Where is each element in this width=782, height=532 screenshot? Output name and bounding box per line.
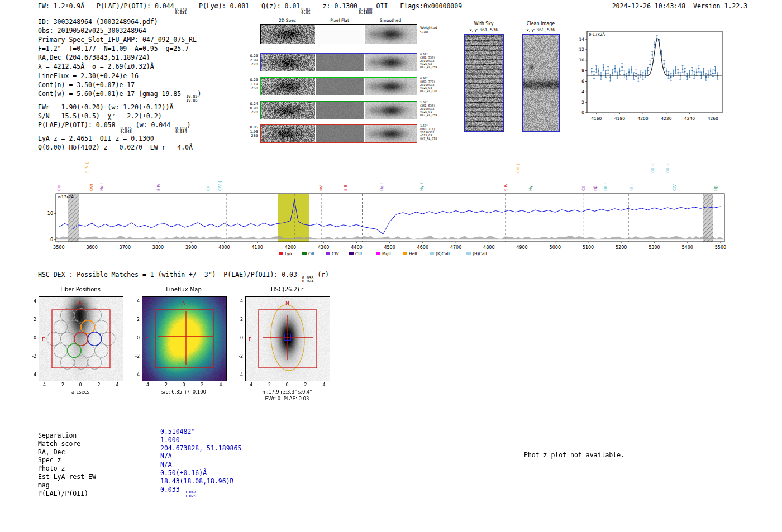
match-value: N/A [160,461,172,468]
hsc-match-table: Separation0.510482"Match score1.000RA, D… [0,0,782,532]
elixer-report: EW: 1.2±0.9Å P(LAE)/P(OII): 0.0440.0730.… [0,0,782,532]
match-value: N/A [160,452,172,460]
match-label: mag [38,481,50,489]
match-label: Spec z [38,456,61,464]
match-value: 204.673828, 51.189865 [160,444,241,452]
match-label: Est LyA rest-EW [38,473,96,481]
match-value: 1.000 [160,436,180,444]
match-label: Match score [38,440,80,448]
match-label: Photo z [38,464,65,472]
stat-uncertainty: 0.0470.025 [185,491,196,499]
photz-note: Phot z plot not available. [524,451,624,459]
match-label: P(LAE)/P(OII) [38,490,88,497]
match-value: 0.033 0.0470.025 [160,486,196,499]
match-value: 0.510482" [160,428,195,435]
match-label: RA, Dec [38,448,65,456]
match-value: 18.43(18.08,18.96)R [160,477,234,485]
match-value: 0.50(±0.16)Å [160,469,207,477]
match-label: Separation [38,432,77,439]
